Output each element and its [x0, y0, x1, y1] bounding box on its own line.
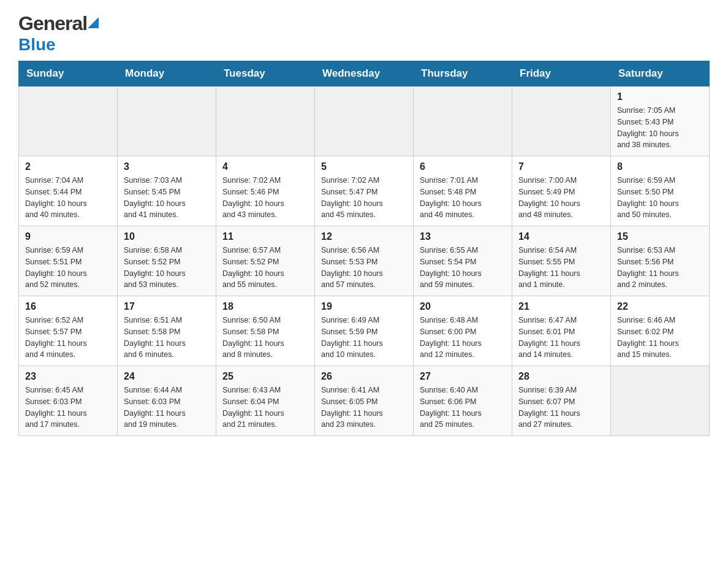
day-number: 7 [518, 161, 604, 172]
calendar-cell [414, 86, 512, 156]
weekday-header-friday: Friday [512, 61, 611, 86]
calendar-cell [118, 86, 216, 156]
calendar-cell: 19Sunrise: 6:49 AM Sunset: 5:59 PM Dayli… [315, 296, 414, 366]
calendar-cell [512, 86, 611, 156]
calendar-cell: 26Sunrise: 6:41 AM Sunset: 6:05 PM Dayli… [315, 366, 414, 436]
day-number: 26 [321, 371, 407, 382]
day-number: 24 [124, 371, 210, 382]
day-number: 12 [321, 231, 407, 242]
weekday-header-monday: Monday [118, 61, 216, 86]
calendar-cell: 4Sunrise: 7:02 AM Sunset: 5:46 PM Daylig… [216, 156, 315, 226]
day-number: 11 [222, 231, 308, 242]
svg-marker-0 [88, 17, 99, 28]
day-info: Sunrise: 6:56 AM Sunset: 5:53 PM Dayligh… [321, 245, 407, 291]
day-number: 27 [420, 371, 506, 382]
day-info: Sunrise: 6:49 AM Sunset: 5:59 PM Dayligh… [321, 315, 407, 361]
logo-triangle-icon [88, 15, 99, 31]
weekday-header-sunday: Sunday [19, 61, 118, 86]
day-info: Sunrise: 6:48 AM Sunset: 6:00 PM Dayligh… [420, 315, 506, 361]
calendar-cell: 9Sunrise: 6:59 AM Sunset: 5:51 PM Daylig… [19, 226, 118, 296]
calendar-week-row: 1Sunrise: 7:05 AM Sunset: 5:43 PM Daylig… [19, 86, 710, 156]
weekday-header-thursday: Thursday [414, 61, 512, 86]
day-info: Sunrise: 6:59 AM Sunset: 5:50 PM Dayligh… [617, 175, 703, 221]
calendar-cell: 2Sunrise: 7:04 AM Sunset: 5:44 PM Daylig… [19, 156, 118, 226]
day-info: Sunrise: 7:02 AM Sunset: 5:46 PM Dayligh… [222, 175, 308, 221]
calendar-cell: 3Sunrise: 7:03 AM Sunset: 5:45 PM Daylig… [118, 156, 216, 226]
day-info: Sunrise: 7:00 AM Sunset: 5:49 PM Dayligh… [518, 175, 604, 221]
calendar-cell: 16Sunrise: 6:52 AM Sunset: 5:57 PM Dayli… [19, 296, 118, 366]
calendar-cell: 18Sunrise: 6:50 AM Sunset: 5:58 PM Dayli… [216, 296, 315, 366]
calendar-cell: 13Sunrise: 6:55 AM Sunset: 5:54 PM Dayli… [414, 226, 512, 296]
calendar-table: SundayMondayTuesdayWednesdayThursdayFrid… [18, 61, 710, 436]
day-number: 4 [222, 161, 308, 172]
day-number: 5 [321, 161, 407, 172]
day-info: Sunrise: 6:55 AM Sunset: 5:54 PM Dayligh… [420, 245, 506, 291]
day-number: 20 [420, 301, 506, 312]
day-number: 23 [25, 371, 111, 382]
calendar-cell: 14Sunrise: 6:54 AM Sunset: 5:55 PM Dayli… [512, 226, 611, 296]
day-number: 6 [420, 161, 506, 172]
day-info: Sunrise: 6:58 AM Sunset: 5:52 PM Dayligh… [124, 245, 210, 291]
logo: General Blue [18, 12, 99, 55]
calendar-cell: 12Sunrise: 6:56 AM Sunset: 5:53 PM Dayli… [315, 226, 414, 296]
day-info: Sunrise: 7:01 AM Sunset: 5:48 PM Dayligh… [420, 175, 506, 221]
day-info: Sunrise: 6:43 AM Sunset: 6:04 PM Dayligh… [222, 385, 308, 431]
calendar-cell: 23Sunrise: 6:45 AM Sunset: 6:03 PM Dayli… [19, 366, 118, 436]
day-number: 21 [518, 301, 604, 312]
day-number: 3 [124, 161, 210, 172]
day-info: Sunrise: 6:54 AM Sunset: 5:55 PM Dayligh… [518, 245, 604, 291]
day-info: Sunrise: 6:47 AM Sunset: 6:01 PM Dayligh… [518, 315, 604, 361]
day-number: 2 [25, 161, 111, 172]
day-number: 16 [25, 301, 111, 312]
day-number: 9 [25, 231, 111, 242]
day-info: Sunrise: 6:39 AM Sunset: 6:07 PM Dayligh… [518, 385, 604, 431]
day-info: Sunrise: 6:41 AM Sunset: 6:05 PM Dayligh… [321, 385, 407, 431]
day-info: Sunrise: 6:59 AM Sunset: 5:51 PM Dayligh… [25, 245, 111, 291]
calendar-week-row: 2Sunrise: 7:04 AM Sunset: 5:44 PM Daylig… [19, 156, 710, 226]
calendar-cell: 17Sunrise: 6:51 AM Sunset: 5:58 PM Dayli… [118, 296, 216, 366]
weekday-header-saturday: Saturday [611, 61, 710, 86]
day-number: 28 [518, 371, 604, 382]
weekday-header-tuesday: Tuesday [216, 61, 315, 86]
day-number: 22 [617, 301, 703, 312]
calendar-cell: 10Sunrise: 6:58 AM Sunset: 5:52 PM Dayli… [118, 226, 216, 296]
day-info: Sunrise: 7:03 AM Sunset: 5:45 PM Dayligh… [124, 175, 210, 221]
calendar-cell: 20Sunrise: 6:48 AM Sunset: 6:00 PM Dayli… [414, 296, 512, 366]
day-info: Sunrise: 6:57 AM Sunset: 5:52 PM Dayligh… [222, 245, 308, 291]
calendar-week-row: 23Sunrise: 6:45 AM Sunset: 6:03 PM Dayli… [19, 366, 710, 436]
day-info: Sunrise: 7:05 AM Sunset: 5:43 PM Dayligh… [617, 105, 703, 151]
day-info: Sunrise: 7:02 AM Sunset: 5:47 PM Dayligh… [321, 175, 407, 221]
day-number: 25 [222, 371, 308, 382]
calendar-cell [19, 86, 118, 156]
day-info: Sunrise: 7:04 AM Sunset: 5:44 PM Dayligh… [25, 175, 111, 221]
calendar-cell: 27Sunrise: 6:40 AM Sunset: 6:06 PM Dayli… [414, 366, 512, 436]
calendar-cell: 11Sunrise: 6:57 AM Sunset: 5:52 PM Dayli… [216, 226, 315, 296]
day-number: 18 [222, 301, 308, 312]
logo-blue-text: Blue [18, 35, 56, 55]
calendar-cell: 5Sunrise: 7:02 AM Sunset: 5:47 PM Daylig… [315, 156, 414, 226]
day-info: Sunrise: 6:40 AM Sunset: 6:06 PM Dayligh… [420, 385, 506, 431]
calendar-cell: 8Sunrise: 6:59 AM Sunset: 5:50 PM Daylig… [611, 156, 710, 226]
logo-general-text: General [18, 12, 87, 35]
day-number: 8 [617, 161, 703, 172]
day-number: 14 [518, 231, 604, 242]
calendar-header-row: SundayMondayTuesdayWednesdayThursdayFrid… [19, 61, 710, 86]
calendar-cell [611, 366, 710, 436]
calendar-cell: 28Sunrise: 6:39 AM Sunset: 6:07 PM Dayli… [512, 366, 611, 436]
day-number: 17 [124, 301, 210, 312]
day-number: 10 [124, 231, 210, 242]
day-info: Sunrise: 6:53 AM Sunset: 5:56 PM Dayligh… [617, 245, 703, 291]
day-info: Sunrise: 6:52 AM Sunset: 5:57 PM Dayligh… [25, 315, 111, 361]
calendar-week-row: 16Sunrise: 6:52 AM Sunset: 5:57 PM Dayli… [19, 296, 710, 366]
page-header: General Blue [18, 12, 710, 55]
calendar-cell: 21Sunrise: 6:47 AM Sunset: 6:01 PM Dayli… [512, 296, 611, 366]
day-info: Sunrise: 6:51 AM Sunset: 5:58 PM Dayligh… [124, 315, 210, 361]
calendar-cell: 22Sunrise: 6:46 AM Sunset: 6:02 PM Dayli… [611, 296, 710, 366]
calendar-week-row: 9Sunrise: 6:59 AM Sunset: 5:51 PM Daylig… [19, 226, 710, 296]
calendar-cell: 6Sunrise: 7:01 AM Sunset: 5:48 PM Daylig… [414, 156, 512, 226]
day-info: Sunrise: 6:50 AM Sunset: 5:58 PM Dayligh… [222, 315, 308, 361]
day-info: Sunrise: 6:45 AM Sunset: 6:03 PM Dayligh… [25, 385, 111, 431]
calendar-cell: 7Sunrise: 7:00 AM Sunset: 5:49 PM Daylig… [512, 156, 611, 226]
day-info: Sunrise: 6:46 AM Sunset: 6:02 PM Dayligh… [617, 315, 703, 361]
calendar-cell [315, 86, 414, 156]
